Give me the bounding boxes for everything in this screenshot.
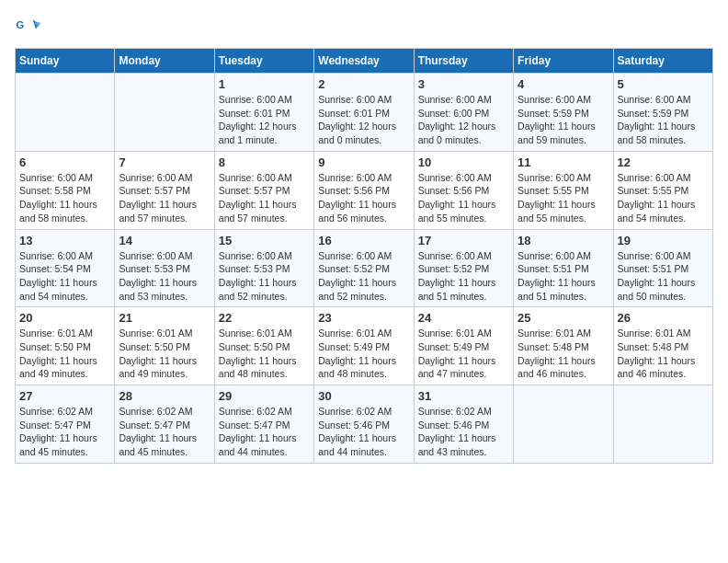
logo: G (15, 15, 44, 40)
day-number: 19 (618, 234, 709, 247)
day-number: 27 (19, 389, 110, 403)
col-header-monday: Monday (115, 49, 214, 74)
day-cell: 27Sunrise: 6:02 AMSunset: 5:47 PMDayligh… (16, 385, 115, 464)
day-info: Sunrise: 6:00 AMSunset: 5:59 PMDaylight:… (518, 93, 609, 147)
day-cell: 12Sunrise: 6:00 AMSunset: 5:55 PMDayligh… (613, 151, 712, 229)
svg-text:G: G (16, 19, 24, 30)
day-info: Sunrise: 6:01 AMSunset: 5:49 PMDaylight:… (318, 327, 409, 381)
week-row-1: 1Sunrise: 6:00 AMSunset: 6:01 PMDaylight… (16, 74, 713, 152)
day-cell: 4Sunrise: 6:00 AMSunset: 5:59 PMDaylight… (514, 74, 613, 152)
day-cell: 28Sunrise: 6:02 AMSunset: 5:47 PMDayligh… (115, 385, 214, 464)
day-info: Sunrise: 6:01 AMSunset: 5:48 PMDaylight:… (518, 327, 609, 381)
day-number: 2 (318, 77, 409, 91)
col-header-sunday: Sunday (16, 49, 115, 74)
day-cell: 10Sunrise: 6:00 AMSunset: 5:56 PMDayligh… (414, 151, 513, 229)
week-row-4: 20Sunrise: 6:01 AMSunset: 5:50 PMDayligh… (16, 307, 713, 385)
day-info: Sunrise: 6:00 AMSunset: 5:53 PMDaylight:… (219, 249, 310, 304)
day-cell: 2Sunrise: 6:00 AMSunset: 6:01 PMDaylight… (314, 74, 414, 152)
day-cell (115, 74, 214, 152)
day-info: Sunrise: 6:00 AMSunset: 6:01 PMDaylight:… (219, 93, 310, 147)
page-header: G (15, 15, 713, 40)
day-cell: 26Sunrise: 6:01 AMSunset: 5:48 PMDayligh… (613, 307, 712, 385)
day-number: 11 (518, 155, 609, 169)
day-number: 12 (618, 155, 709, 169)
week-row-2: 6Sunrise: 6:00 AMSunset: 5:58 PMDaylight… (16, 151, 713, 229)
day-info: Sunrise: 6:00 AMSunset: 5:51 PMDaylight:… (618, 249, 709, 304)
day-number: 26 (618, 311, 709, 325)
day-number: 17 (418, 234, 509, 247)
day-info: Sunrise: 6:01 AMSunset: 5:50 PMDaylight:… (19, 327, 110, 381)
day-info: Sunrise: 6:00 AMSunset: 6:01 PMDaylight:… (318, 93, 409, 147)
day-number: 20 (19, 311, 110, 325)
day-info: Sunrise: 6:00 AMSunset: 5:57 PMDaylight:… (119, 171, 210, 225)
day-cell: 7Sunrise: 6:00 AMSunset: 5:57 PMDaylight… (115, 151, 214, 229)
day-number: 5 (618, 77, 709, 91)
day-cell (613, 385, 712, 464)
day-cell: 25Sunrise: 6:01 AMSunset: 5:48 PMDayligh… (514, 307, 613, 385)
day-cell: 29Sunrise: 6:02 AMSunset: 5:47 PMDayligh… (214, 385, 313, 464)
day-info: Sunrise: 6:01 AMSunset: 5:50 PMDaylight:… (219, 327, 310, 381)
day-cell: 16Sunrise: 6:00 AMSunset: 5:52 PMDayligh… (314, 229, 414, 307)
day-number: 15 (219, 234, 310, 247)
col-header-friday: Friday (514, 49, 613, 74)
col-header-wednesday: Wednesday (314, 49, 414, 74)
day-cell: 18Sunrise: 6:00 AMSunset: 5:51 PMDayligh… (514, 229, 613, 307)
calendar-table: SundayMondayTuesdayWednesdayThursdayFrid… (15, 48, 713, 464)
day-info: Sunrise: 6:01 AMSunset: 5:50 PMDaylight:… (119, 327, 210, 381)
day-number: 31 (418, 389, 509, 403)
day-info: Sunrise: 6:00 AMSunset: 5:57 PMDaylight:… (219, 171, 310, 225)
day-cell: 6Sunrise: 6:00 AMSunset: 5:58 PMDaylight… (16, 151, 115, 229)
day-number: 24 (418, 311, 509, 325)
day-number: 16 (318, 234, 409, 247)
week-row-5: 27Sunrise: 6:02 AMSunset: 5:47 PMDayligh… (16, 385, 713, 464)
day-info: Sunrise: 6:00 AMSunset: 5:53 PMDaylight:… (119, 249, 210, 304)
day-cell (16, 74, 115, 152)
col-header-tuesday: Tuesday (214, 49, 313, 74)
day-info: Sunrise: 6:00 AMSunset: 5:56 PMDaylight:… (318, 171, 409, 225)
day-info: Sunrise: 6:02 AMSunset: 5:47 PMDaylight:… (219, 405, 310, 459)
day-info: Sunrise: 6:01 AMSunset: 5:48 PMDaylight:… (618, 327, 709, 381)
day-cell: 23Sunrise: 6:01 AMSunset: 5:49 PMDayligh… (314, 307, 414, 385)
day-number: 10 (418, 155, 509, 169)
calendar-body: 1Sunrise: 6:00 AMSunset: 6:01 PMDaylight… (16, 74, 713, 464)
day-info: Sunrise: 6:00 AMSunset: 6:00 PMDaylight:… (418, 93, 509, 147)
day-number: 22 (219, 311, 310, 325)
day-cell: 22Sunrise: 6:01 AMSunset: 5:50 PMDayligh… (214, 307, 313, 385)
day-number: 23 (318, 311, 409, 325)
day-info: Sunrise: 6:00 AMSunset: 5:51 PMDaylight:… (518, 249, 609, 304)
day-cell: 19Sunrise: 6:00 AMSunset: 5:51 PMDayligh… (613, 229, 712, 307)
day-number: 4 (518, 77, 609, 91)
day-number: 1 (219, 77, 310, 91)
day-info: Sunrise: 6:02 AMSunset: 5:47 PMDaylight:… (119, 405, 210, 459)
day-number: 7 (119, 155, 210, 169)
day-number: 21 (119, 311, 210, 325)
day-cell: 13Sunrise: 6:00 AMSunset: 5:54 PMDayligh… (16, 229, 115, 307)
day-number: 3 (418, 77, 509, 91)
day-cell: 15Sunrise: 6:00 AMSunset: 5:53 PMDayligh… (214, 229, 313, 307)
day-info: Sunrise: 6:02 AMSunset: 5:47 PMDaylight:… (19, 405, 110, 459)
day-cell: 20Sunrise: 6:01 AMSunset: 5:50 PMDayligh… (16, 307, 115, 385)
day-info: Sunrise: 6:01 AMSunset: 5:49 PMDaylight:… (418, 327, 509, 381)
day-info: Sunrise: 6:00 AMSunset: 5:56 PMDaylight:… (418, 171, 509, 225)
day-cell: 17Sunrise: 6:00 AMSunset: 5:52 PMDayligh… (414, 229, 513, 307)
day-cell: 1Sunrise: 6:00 AMSunset: 6:01 PMDaylight… (214, 74, 313, 152)
day-info: Sunrise: 6:00 AMSunset: 5:54 PMDaylight:… (19, 249, 110, 304)
day-cell: 11Sunrise: 6:00 AMSunset: 5:55 PMDayligh… (514, 151, 613, 229)
day-number: 18 (518, 234, 609, 247)
day-number: 9 (318, 155, 409, 169)
day-number: 14 (119, 234, 210, 247)
day-cell: 5Sunrise: 6:00 AMSunset: 5:59 PMDaylight… (613, 74, 712, 152)
day-cell: 8Sunrise: 6:00 AMSunset: 5:57 PMDaylight… (214, 151, 313, 229)
day-info: Sunrise: 6:00 AMSunset: 5:52 PMDaylight:… (418, 249, 509, 304)
day-cell: 30Sunrise: 6:02 AMSunset: 5:46 PMDayligh… (314, 385, 414, 464)
day-info: Sunrise: 6:02 AMSunset: 5:46 PMDaylight:… (318, 405, 409, 459)
day-number: 25 (518, 311, 609, 325)
calendar-header: SundayMondayTuesdayWednesdayThursdayFrid… (16, 49, 713, 74)
day-info: Sunrise: 6:00 AMSunset: 5:55 PMDaylight:… (618, 171, 709, 225)
day-info: Sunrise: 6:02 AMSunset: 5:46 PMDaylight:… (418, 405, 509, 459)
day-info: Sunrise: 6:00 AMSunset: 5:59 PMDaylight:… (618, 93, 709, 147)
day-cell: 3Sunrise: 6:00 AMSunset: 6:00 PMDaylight… (414, 74, 513, 152)
week-row-3: 13Sunrise: 6:00 AMSunset: 5:54 PMDayligh… (16, 229, 713, 307)
day-info: Sunrise: 6:00 AMSunset: 5:55 PMDaylight:… (518, 171, 609, 225)
day-number: 28 (119, 389, 210, 403)
